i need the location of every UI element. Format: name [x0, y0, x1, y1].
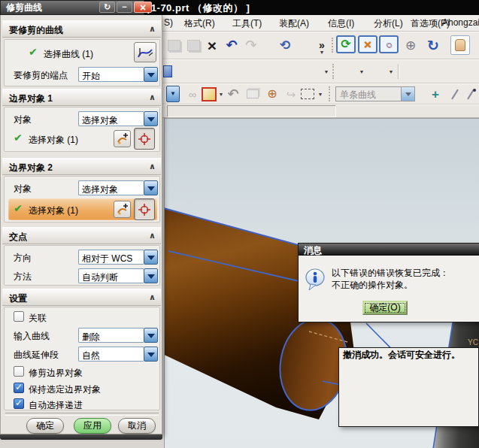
undo-icon[interactable]: [222, 35, 241, 55]
select-curve-label: 选择曲线 (1): [44, 48, 93, 61]
specify-point-button[interactable]: [134, 198, 155, 220]
snap-undo-icon: [225, 86, 241, 102]
toolbar-grip[interactable]: [329, 86, 331, 101]
menu-item-user[interactable]: Ahongzai: [442, 17, 479, 28]
group-header-boundary1[interactable]: 边界对象 1: [2, 89, 161, 106]
method-dropdown[interactable]: 自动判断: [78, 268, 158, 283]
toolbar-overflow-caret-icon[interactable]: [316, 48, 328, 56]
chevron-down-icon[interactable]: [144, 268, 158, 283]
snap-hook-icon: [283, 86, 299, 102]
menu-item-analysis[interactable]: 分析(L): [374, 17, 403, 30]
view-dropdown-icon[interactable]: [166, 86, 180, 102]
rotate-view-icon[interactable]: [423, 35, 443, 55]
collapse-icon[interactable]: [149, 24, 156, 34]
snap-point-icon[interactable]: [264, 86, 280, 102]
boundary1-object-dropdown[interactable]: 选择对象: [78, 111, 158, 126]
message-ok-button[interactable]: 确定(O): [362, 301, 408, 315]
boolean-caret-icon[interactable]: [357, 62, 366, 81]
cancel-button[interactable]: 取消: [118, 418, 156, 434]
curve-rule-caret-icon[interactable]: [401, 87, 414, 101]
chevron-down-icon[interactable]: [144, 328, 158, 343]
group-header-boundary2[interactable]: 边界对象 2: [2, 158, 161, 175]
primitive-caret-icon[interactable]: [322, 62, 331, 81]
chevron-down-icon[interactable]: [144, 250, 158, 265]
datum-caret-icon[interactable]: [387, 62, 396, 81]
fit-view-icon[interactable]: [358, 35, 377, 53]
feature-icon-partial[interactable]: [162, 62, 173, 81]
toolbar-grip[interactable]: [332, 64, 335, 79]
info-icon: [305, 268, 326, 292]
dialog-minimize-button[interactable]: [117, 2, 132, 13]
selection-filter-icon[interactable]: [201, 86, 217, 102]
marquee-select-icon[interactable]: [299, 86, 316, 102]
specify-point-button[interactable]: [134, 128, 155, 150]
group-header-curves[interactable]: 要修剪的曲线: [2, 20, 161, 38]
pan-view-icon[interactable]: [450, 35, 470, 55]
keep-boundary-checkbox[interactable]: [14, 383, 24, 393]
settings-panel: 关联 输入曲线 删除 曲线延伸段 自然 修剪边界对象 保持选定边界对象 自动选择…: [4, 307, 160, 410]
line-point-icon[interactable]: [462, 86, 479, 102]
refresh-view-icon[interactable]: [336, 35, 356, 53]
input-curve-value: 删除: [78, 328, 144, 343]
paste-icon: [164, 35, 183, 55]
direction-value: 相对于 WCS: [78, 250, 144, 265]
zoom-in-out-icon[interactable]: [401, 35, 420, 55]
delete-icon[interactable]: [202, 35, 222, 55]
apply-button[interactable]: 应用: [74, 418, 111, 434]
object-label: 对象: [14, 183, 32, 195]
move-component-icon[interactable]: [427, 86, 444, 102]
nx-application-window: )1-70.prt （修改的） ] S) 格式(R) 工具(T) 装配(A) 信…: [0, 0, 479, 448]
plus-curve-icon: [117, 133, 129, 145]
chevron-down-icon[interactable]: [144, 180, 158, 195]
extension-dropdown[interactable]: 自然: [78, 347, 158, 362]
add-curve-button[interactable]: [114, 130, 131, 147]
input-curve-dropdown[interactable]: 删除: [78, 328, 158, 343]
associative-checkbox[interactable]: [14, 311, 24, 322]
group-header-settings[interactable]: 设置: [2, 289, 161, 306]
add-curve-button[interactable]: [114, 201, 131, 218]
collapse-icon[interactable]: [149, 92, 156, 102]
associative-label: 关联: [29, 312, 47, 325]
filter-caret-icon[interactable]: [217, 86, 225, 102]
line-icon[interactable]: [447, 86, 463, 102]
menu-item-format[interactable]: 格式(R): [184, 17, 215, 30]
menu-item-assemblies[interactable]: 装配(A): [279, 17, 309, 30]
window-title: )1-70.prt （修改的） ]: [147, 2, 250, 15]
dialog-resize-bar[interactable]: [0, 434, 162, 440]
boundary1-object-value: 选择对象: [78, 111, 144, 126]
chevron-down-icon[interactable]: [144, 67, 158, 82]
dialog-close-button[interactable]: [134, 2, 152, 13]
boundary1-panel: 对象 选择对象 选择对象 (1): [4, 107, 160, 152]
direction-dropdown[interactable]: 相对于 WCS: [78, 250, 158, 265]
toolbar-grip[interactable]: [332, 38, 334, 53]
check-icon: [29, 46, 38, 58]
group-header-intersection[interactable]: 交点: [2, 227, 161, 244]
trim-dialog-body: 要修剪的曲线 选择曲线 (1) 要修剪的端点 开始: [0, 15, 162, 434]
menu-item-insert-partial[interactable]: S): [164, 17, 173, 28]
trim-boundary-checkbox[interactable]: [14, 366, 24, 377]
menu-item-information[interactable]: 信息(I): [328, 17, 354, 30]
trim-curve-dialog: 修剪曲线 要修剪的曲线 选择曲线 (1) 要修剪的端点: [0, 0, 162, 440]
curve-rule-value: 单条曲线: [336, 87, 401, 101]
chevron-down-icon[interactable]: [144, 111, 158, 126]
message-dialog-title: 消息: [304, 245, 322, 256]
orient-view-icon[interactable]: [275, 35, 295, 55]
zoom-window-icon[interactable]: [379, 35, 399, 53]
message-dialog-titlebar[interactable]: 消息: [299, 244, 479, 256]
ok-button[interactable]: 确定: [26, 418, 64, 434]
marquee-caret-icon[interactable]: [317, 86, 324, 102]
boundary2-select-label: 选择对象 (1): [29, 204, 78, 217]
curve-icon: [137, 46, 153, 59]
menu-item-tools[interactable]: 工具(T): [232, 17, 262, 30]
boundary2-object-value: 选择对象: [78, 180, 144, 195]
endpoint-dropdown[interactable]: 开始: [78, 67, 158, 82]
auto-select-checkbox[interactable]: [14, 398, 24, 409]
collapse-icon[interactable]: [149, 231, 156, 241]
curve-rule-combo[interactable]: 单条曲线: [335, 86, 415, 101]
collapse-icon[interactable]: [149, 292, 156, 302]
chevron-down-icon[interactable]: [144, 347, 158, 362]
boundary2-object-dropdown[interactable]: 选择对象: [78, 180, 158, 195]
dialog-reset-button[interactable]: [99, 2, 115, 13]
collapse-icon[interactable]: [149, 162, 156, 171]
select-curve-button[interactable]: [134, 42, 156, 62]
